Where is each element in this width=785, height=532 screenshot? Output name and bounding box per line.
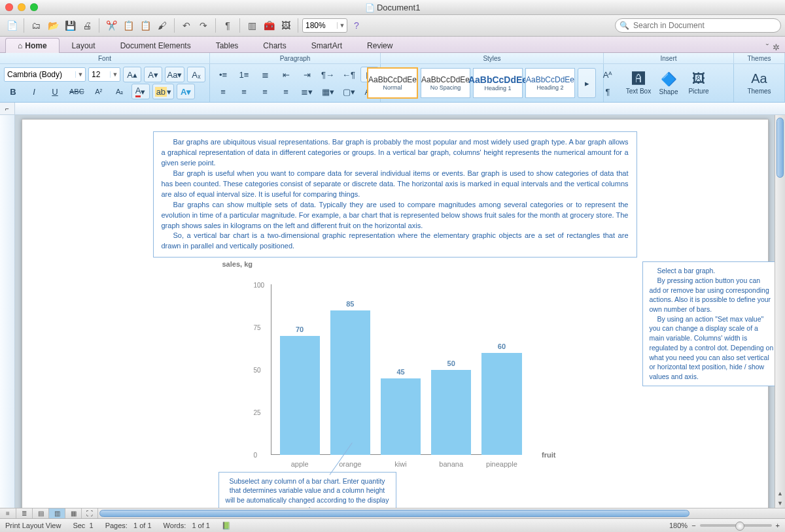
tab-tables[interactable]: Tables (203, 38, 251, 53)
rtl-icon[interactable]: ←¶ (340, 67, 358, 82)
intro-textbox[interactable]: Bar graphs are ubiquitous visual represe… (153, 131, 637, 258)
zoom-slider-knob[interactable] (735, 522, 744, 531)
themes-button[interactable]: AaThemes (744, 66, 775, 100)
callout-bottom[interactable]: Subselect any column of a bar chart. Ent… (218, 472, 396, 508)
bar[interactable]: 50 (431, 370, 471, 455)
tab-home[interactable]: ⌂ Home (5, 38, 60, 53)
font-name-input[interactable] (5, 70, 75, 79)
zoom-combo[interactable]: ▼ (302, 18, 347, 33)
horizontal-ruler[interactable]: ⌐ (0, 103, 785, 115)
insert-shape-button[interactable]: 🔷Shape (654, 66, 684, 100)
justify-icon[interactable]: ≡ (277, 84, 295, 99)
indent-left-icon[interactable]: ⇤ (277, 67, 295, 82)
change-case-icon[interactable]: Aa▾ (165, 67, 184, 82)
bar[interactable]: 70 (280, 336, 320, 455)
print-icon[interactable]: 🖨 (79, 18, 95, 33)
bullets-icon[interactable]: •≡ (214, 67, 232, 82)
new-doc-icon[interactable]: 📄 (4, 18, 20, 33)
bar-column[interactable]: 50banana (431, 370, 471, 455)
bar-column[interactable]: 85orange (330, 310, 370, 455)
format-painter-icon[interactable]: 🖌 (154, 18, 170, 33)
styles-scroll-icon[interactable]: ▸ (578, 68, 596, 98)
chevron-down-icon[interactable]: ▼ (110, 71, 120, 78)
view-print-icon[interactable]: ▥ (49, 508, 65, 518)
shading-icon[interactable]: ▦▾ (319, 84, 337, 99)
tab-document-elements[interactable]: Document Elements (108, 38, 203, 53)
show-marks-icon[interactable]: ¶ (220, 18, 236, 33)
collapse-ribbon-icon[interactable]: ˇ (766, 42, 769, 52)
zoom-out-icon[interactable]: − (691, 522, 695, 529)
grow-font-icon[interactable]: A▴ (123, 67, 141, 82)
hscroll-thumb[interactable] (99, 510, 689, 517)
font-color-icon[interactable]: A▾ (131, 84, 150, 99)
redo-icon[interactable]: ↷ (196, 18, 211, 33)
style-no-spacing[interactable]: AaBbCcDdEeNo Spacing (421, 68, 470, 98)
underline-button[interactable]: U (46, 84, 64, 99)
tab-charts[interactable]: Charts (251, 38, 298, 53)
search-box[interactable]: 🔍 (615, 18, 781, 33)
subscript-button[interactable]: A₂ (111, 84, 129, 99)
font-name-combo[interactable]: ▼ (4, 67, 86, 82)
clear-format-icon[interactable]: Aᵪ (187, 67, 205, 82)
style-heading1[interactable]: AaBbCcDdEeHeading 1 (473, 68, 523, 98)
toolbox-icon[interactable]: 🧰 (261, 18, 277, 33)
zoom-in-icon[interactable]: + (776, 522, 780, 529)
align-left-icon[interactable]: ≡ (214, 84, 232, 99)
callout-right[interactable]: Select a bar graph.By pressing action bu… (642, 261, 775, 386)
borders-icon[interactable]: ▢▾ (340, 84, 358, 99)
view-outline-icon[interactable]: ≣ (16, 508, 33, 518)
bar[interactable]: 45 (381, 378, 421, 455)
line-spacing-icon[interactable]: ≣▾ (298, 84, 316, 99)
strike-button[interactable]: ABC (67, 84, 87, 99)
tab-selector-icon[interactable]: ⌐ (0, 103, 15, 114)
ltr-icon[interactable]: ¶→ (319, 67, 337, 82)
vertical-ruler[interactable] (0, 115, 15, 508)
view-publishing-icon[interactable]: ▤ (33, 508, 49, 518)
chevron-down-icon[interactable]: ▼ (75, 71, 85, 78)
numbering-icon[interactable]: 1≡ (235, 67, 253, 82)
scrollbar-thumb[interactable] (776, 118, 784, 178)
document-canvas[interactable]: Bar graphs are ubiquitous visual represe… (15, 115, 775, 508)
search-input[interactable] (632, 20, 776, 31)
vertical-scrollbar[interactable]: ▲ ▼ (775, 115, 785, 508)
zoom-input[interactable] (303, 21, 337, 30)
superscript-button[interactable]: A² (90, 84, 108, 99)
view-draft-icon[interactable]: ≡ (0, 508, 16, 518)
undo-icon[interactable]: ↶ (179, 18, 194, 33)
scroll-down-icon[interactable]: ▼ (775, 498, 785, 508)
insert-textbox-button[interactable]: 🅰Text Box (623, 66, 654, 100)
bar[interactable]: 60 (481, 353, 521, 455)
shrink-font-icon[interactable]: A▾ (144, 67, 162, 82)
bar-column[interactable]: 45kiwi (381, 378, 421, 455)
new-template-icon[interactable]: 🗂 (28, 18, 44, 33)
save-icon[interactable]: 💾 (62, 18, 78, 33)
tab-smartart[interactable]: SmartArt (299, 38, 355, 53)
insert-picture-button[interactable]: 🖼Picture (684, 66, 714, 100)
view-fullscreen-icon[interactable]: ⛶ (82, 508, 98, 518)
multilevel-icon[interactable]: ≣ (256, 67, 274, 82)
bar-column[interactable]: 60pineapple (481, 353, 521, 455)
paste-icon[interactable]: 📋 (137, 18, 153, 33)
open-icon[interactable]: 📂 (45, 18, 61, 33)
style-normal[interactable]: AaBbCcDdEeNormal (367, 67, 418, 99)
zoom-slider[interactable] (700, 524, 772, 527)
font-size-input[interactable] (89, 70, 110, 79)
italic-button[interactable]: I (25, 84, 43, 99)
ribbon-settings-icon[interactable]: ✲ (773, 42, 780, 52)
help-icon[interactable]: ? (349, 18, 364, 33)
highlight-icon[interactable]: ab▾ (152, 84, 174, 99)
copy-icon[interactable]: 📋 (120, 18, 136, 33)
bar-chart[interactable]: sales, kg fruit 0255075100 70apple85oran… (251, 265, 532, 455)
indent-right-icon[interactable]: ⇥ (298, 67, 316, 82)
zoom-dropdown-icon[interactable]: ▼ (337, 22, 347, 29)
bold-button[interactable]: B (4, 84, 22, 99)
scroll-up-icon[interactable]: ▲ (775, 488, 785, 498)
tab-review[interactable]: Review (355, 38, 405, 53)
horizontal-scrollbar[interactable]: ≡ ≣ ▤ ▥ ▦ ⛶ (0, 508, 785, 518)
cut-icon[interactable]: ✂️ (103, 18, 119, 33)
tab-layout[interactable]: Layout (60, 38, 108, 53)
text-effects-icon[interactable]: A▾ (177, 84, 195, 99)
sidebar-icon[interactable]: ▥ (244, 18, 260, 33)
view-notebook-icon[interactable]: ▦ (65, 508, 82, 518)
spellcheck-icon[interactable]: 📗 (222, 522, 231, 530)
